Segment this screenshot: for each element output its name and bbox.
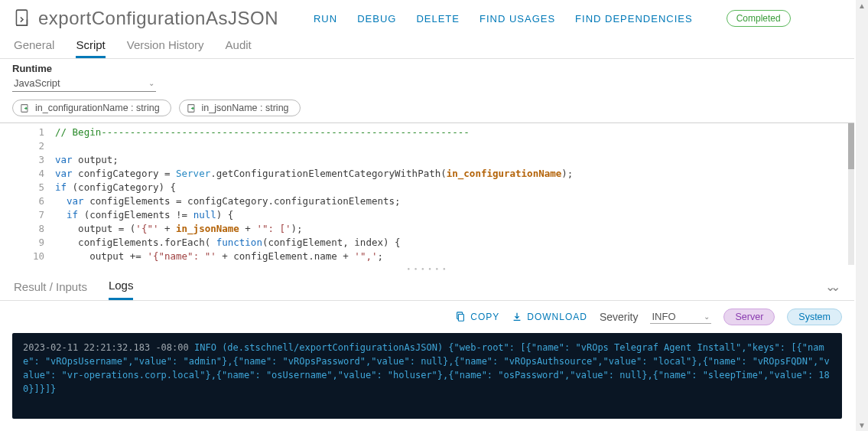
param-label: in_configurationName : string — [35, 103, 160, 113]
tab-audit[interactable]: Audit — [226, 34, 252, 58]
severity-label: Severity — [600, 311, 639, 323]
tab-general[interactable]: General — [14, 34, 54, 58]
copy-button[interactable]: COPY — [455, 312, 499, 322]
severity-select[interactable]: INFO ⌄ — [650, 310, 711, 324]
runtime-label: Runtime — [0, 59, 854, 76]
page-title: exportConfigurationAsJSON — [38, 8, 278, 29]
tab-result-inputs[interactable]: Result / Inputs — [14, 274, 87, 299]
delete-button[interactable]: DELETE — [416, 13, 460, 24]
page-scrollbar[interactable]: ▲ ▼ — [856, 0, 868, 431]
filter-chip-server[interactable]: Server — [723, 309, 775, 325]
tab-version-history[interactable]: Version History — [127, 34, 204, 58]
debug-button[interactable]: DEBUG — [357, 13, 396, 24]
editor-code[interactable]: // Begin--------------------------------… — [52, 123, 854, 265]
editor-scrollbar[interactable] — [848, 123, 854, 265]
status-badge: Completed — [727, 10, 791, 27]
log-level: INFO — [194, 342, 216, 353]
log-timestamp: 2023-02-11 22:21:32.183 -08:00 — [23, 342, 189, 353]
filter-chip-system[interactable]: System — [787, 309, 842, 325]
runtime-select[interactable]: JavaScript ⌄ — [12, 76, 156, 92]
svg-rect-4 — [459, 315, 464, 322]
input-param-icon — [21, 103, 31, 113]
code-editor[interactable]: 12345678910 // Begin--------------------… — [0, 122, 854, 265]
run-button[interactable]: RUN — [314, 13, 337, 24]
scroll-up-icon[interactable]: ▲ — [857, 0, 867, 11]
collapse-panel-icon[interactable]: ⌄⌄ — [825, 279, 840, 294]
lower-tabs: Result / Inputs Logs ⌄⌄ — [0, 273, 854, 301]
action-icon — [12, 8, 34, 29]
copy-icon — [455, 312, 466, 322]
runtime-value: JavaScript — [14, 77, 60, 89]
editor-gutter: 12345678910 — [0, 123, 52, 265]
input-param-icon — [187, 103, 197, 113]
chevron-down-icon: ⌄ — [704, 312, 710, 321]
panel-splitter[interactable]: ● ● ● ● ● ● — [0, 265, 854, 273]
tab-script[interactable]: Script — [76, 34, 105, 58]
download-icon — [512, 312, 522, 322]
param-pill-configuration-name[interactable]: in_configurationName : string — [12, 100, 171, 116]
scroll-down-icon[interactable]: ▼ — [857, 420, 867, 431]
log-console[interactable]: 2023-02-11 22:21:32.183 -08:00 INFO (de.… — [12, 333, 842, 419]
chevron-down-icon: ⌄ — [148, 79, 154, 87]
param-label: in_jsonName : string — [202, 103, 289, 113]
tab-logs[interactable]: Logs — [109, 273, 134, 300]
find-dependencies-button[interactable]: FIND DEPENDENCIES — [575, 13, 693, 24]
download-button[interactable]: DOWNLOAD — [512, 312, 587, 322]
main-tabs: General Script Version History Audit — [0, 32, 854, 59]
param-pill-json-name[interactable]: in_jsonName : string — [179, 100, 301, 116]
find-usages-button[interactable]: FIND USAGES — [480, 13, 555, 24]
